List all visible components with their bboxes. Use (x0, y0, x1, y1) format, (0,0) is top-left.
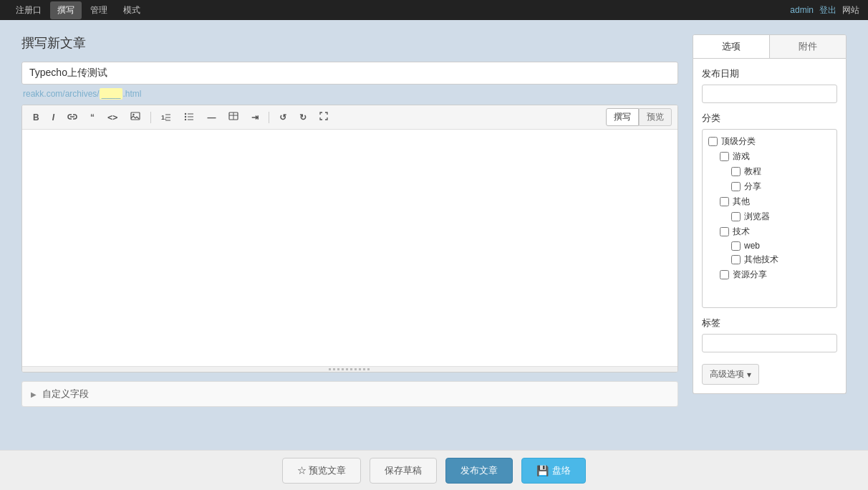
tab-attachments[interactable]: 附件 (770, 35, 846, 58)
disk-label: 盘络 (552, 464, 571, 477)
category-label-resource[interactable]: 资源分享 (733, 269, 767, 281)
article-title-input[interactable] (21, 62, 678, 85)
category-label-toplevel[interactable]: 顶级分类 (721, 135, 756, 148)
toolbar-hr-btn[interactable]: — (202, 110, 221, 125)
main-wrapper: 撰写新文章 reakk.com/archives/____.html B I “… (0, 20, 868, 421)
panel-tabs: 选项 附件 (693, 34, 847, 59)
toolbar-table-btn[interactable] (223, 109, 243, 125)
category-checkbox-tutorial[interactable] (731, 167, 741, 176)
category-item-share: 分享 (705, 179, 834, 194)
editor-resize-handle[interactable] (22, 366, 677, 372)
tags-input[interactable] (702, 334, 837, 352)
toolbar-code-btn[interactable]: <> (102, 110, 122, 125)
toolbar-link-btn[interactable] (62, 110, 82, 125)
category-checkbox-other-tech[interactable] (731, 255, 741, 264)
publish-btn[interactable]: 发布文章 (445, 458, 513, 484)
toolbar-italic-btn[interactable]: I (47, 110, 59, 125)
category-item-other: 其他 (705, 194, 834, 209)
toolbar-separator-1 (150, 112, 151, 123)
category-checkbox-other[interactable] (720, 197, 729, 206)
toolbar-quote-btn[interactable]: “ (85, 110, 100, 125)
toolbar-ul-btn[interactable] (179, 109, 199, 125)
page-title: 撰写新文章 (21, 34, 678, 52)
toolbar-mode-switcher: 撰写 预览 (606, 108, 672, 126)
toolbar-redo-btn[interactable]: ↻ (294, 110, 312, 125)
current-user[interactable]: admin (790, 5, 814, 15)
category-item-web: web (705, 239, 834, 252)
preview-article-btn[interactable]: ☆ 预览文章 (282, 458, 362, 484)
action-bar: ☆ 预览文章 保存草稿 发布文章 💾 盘络 (0, 450, 868, 490)
publish-date-input[interactable] (702, 85, 837, 103)
site-link[interactable]: 网站 (842, 4, 859, 16)
tags-label: 标签 (702, 317, 837, 330)
category-label: 分类 (702, 112, 837, 125)
category-checkbox-share[interactable] (731, 182, 741, 191)
logout-link[interactable]: 登出 (819, 4, 836, 16)
category-item-tech: 技术 (705, 224, 834, 239)
nav-item-register[interactable]: 注册口 (9, 1, 49, 19)
category-checkbox-tech[interactable] (720, 227, 729, 236)
toolbar-image-btn[interactable] (125, 109, 145, 125)
toolbar-indent-btn[interactable]: ⇥ (246, 110, 264, 125)
disk-btn[interactable]: 💾 盘络 (521, 458, 586, 484)
category-label-share[interactable]: 分享 (744, 181, 761, 193)
toolbar-undo-btn[interactable]: ↺ (274, 110, 291, 125)
category-label-web[interactable]: web (744, 241, 760, 251)
permalink-prefix: reakk.com/archives/ (23, 89, 100, 99)
top-navigation: 注册口 撰写 管理 模式 admin 登出 网站 (0, 0, 868, 20)
category-section: 分类 顶级分类 游戏 教程 (702, 112, 837, 308)
category-item-other-tech: 其他技术 (705, 252, 834, 267)
category-item-tutorial: 教程 (705, 164, 834, 179)
mode-preview-btn[interactable]: 预览 (639, 108, 672, 126)
permalink-suffix: .html (122, 89, 141, 99)
publish-date-label: 发布日期 (702, 67, 837, 80)
permalink-slug[interactable]: ____ (100, 88, 123, 100)
category-label-other[interactable]: 其他 (733, 196, 750, 208)
left-panel: 撰写新文章 reakk.com/archives/____.html B I “… (21, 34, 678, 407)
svg-point-1 (133, 114, 135, 115)
topnav-right: admin 登出 网站 (790, 4, 859, 16)
mode-write-btn[interactable]: 撰写 (606, 108, 639, 126)
editor-body[interactable] (22, 130, 677, 366)
preview-icon: ☆ (297, 465, 307, 476)
nav-item-manage[interactable]: 管理 (83, 1, 115, 19)
advanced-options-arrow: ▾ (747, 370, 751, 380)
category-label-games[interactable]: 游戏 (733, 150, 750, 163)
toolbar-fullscreen-btn[interactable] (314, 109, 333, 125)
advanced-options-btn[interactable]: 高级选项 ▾ (702, 364, 759, 385)
custom-fields-section[interactable]: ▶ 自定义字段 (21, 381, 678, 407)
svg-point-7 (185, 116, 186, 117)
custom-fields-label: 自定义字段 (42, 388, 89, 400)
category-item-browser: 浏览器 (705, 209, 834, 224)
category-item-games: 游戏 (705, 149, 834, 164)
category-label-tech[interactable]: 技术 (733, 226, 750, 238)
toolbar-ol-btn[interactable]: 1. (156, 110, 176, 125)
category-checkbox-browser[interactable] (731, 212, 741, 221)
category-label-other-tech[interactable]: 其他技术 (744, 254, 778, 266)
toolbar-bold-btn[interactable]: B (28, 110, 44, 125)
permalink-bar: reakk.com/archives/____.html (21, 89, 678, 99)
toolbar-separator-2 (269, 112, 269, 123)
resize-dots-indicator (329, 368, 372, 370)
nav-item-mode[interactable]: 模式 (116, 1, 148, 19)
category-item-toplevel: 顶级分类 (705, 134, 834, 149)
category-scroll[interactable]: 顶级分类 游戏 教程 分享 (702, 129, 837, 308)
save-draft-btn[interactable]: 保存草稿 (370, 458, 437, 484)
tab-options[interactable]: 选项 (693, 35, 770, 58)
preview-label: 预览文章 (309, 465, 346, 476)
category-label-browser[interactable]: 浏览器 (744, 211, 770, 223)
category-checkbox-games[interactable] (720, 152, 729, 161)
category-label-tutorial[interactable]: 教程 (744, 165, 761, 178)
advanced-options-label: 高级选项 (710, 368, 744, 380)
svg-point-6 (185, 113, 186, 115)
category-checkbox-resource[interactable] (720, 270, 729, 279)
editor-container: B I “ <> 1. — (21, 105, 678, 373)
disk-icon: 💾 (536, 465, 549, 476)
category-checkbox-toplevel[interactable] (708, 137, 718, 146)
category-item-resource: 资源分享 (705, 267, 834, 282)
nav-item-write[interactable]: 撰写 (50, 1, 82, 19)
category-checkbox-web[interactable] (731, 241, 741, 251)
panel-body: 发布日期 分类 顶级分类 游戏 教程 (693, 59, 847, 394)
right-panel: 选项 附件 发布日期 分类 顶级分类 游戏 (693, 34, 847, 394)
custom-fields-arrow: ▶ (31, 390, 37, 398)
